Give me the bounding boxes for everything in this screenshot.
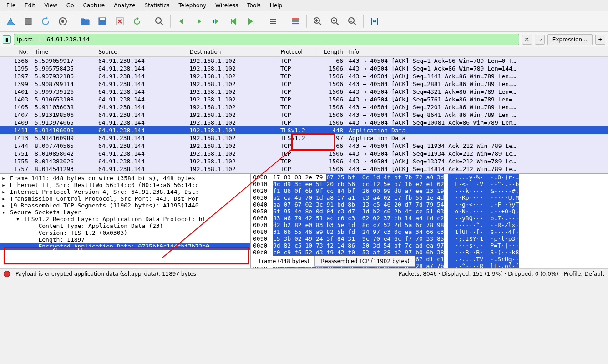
hex-line[interactable]: 000017 03 03 2e 79 07 25 bf 0c 1d 4f bf … xyxy=(251,174,608,181)
svg-text:1: 1 xyxy=(350,19,352,23)
capture-options-icon[interactable] xyxy=(55,13,71,30)
tree-line[interactable]: TLSv1.2 Record Layer: Application Data P… xyxy=(0,216,250,222)
expression-button[interactable]: Expression… xyxy=(547,34,593,45)
packet-list-header[interactable]: No. Time Source Destination Protocol Len… xyxy=(0,47,608,57)
hex-line[interactable]: 008031 66 55 46 a9 82 5b fd 24 97 c3 0c … xyxy=(251,228,608,235)
column-length[interactable]: Length xyxy=(314,47,346,57)
save-file-icon[interactable] xyxy=(94,13,111,30)
packet-row[interactable]: 17518.01085804264.91.238.144192.168.1.10… xyxy=(0,150,608,157)
zoom-out-icon[interactable] xyxy=(327,13,343,30)
clear-filter-button[interactable]: ✕ xyxy=(522,35,532,45)
status-hint: Payload is encrypted application data (s… xyxy=(15,271,196,277)
menu-wireless[interactable]: Wireless xyxy=(211,1,243,10)
add-filter-button[interactable]: + xyxy=(595,35,605,45)
auto-scroll-icon[interactable] xyxy=(265,13,281,30)
apply-filter-button[interactable]: → xyxy=(535,35,545,45)
reload-file-icon[interactable] xyxy=(129,13,145,30)
go-first-icon[interactable] xyxy=(225,13,242,30)
tree-line[interactable]: Frame 1411: 448 bytes on wire (3584 bits… xyxy=(0,175,250,182)
tree-line[interactable]: [9 Reassembled TCP Segments (11902 bytes… xyxy=(0,202,250,209)
hex-line[interactable]: 0030a2 ca 4b 70 1d a8 17 a1 c3 a4 02 c7 … xyxy=(251,194,608,201)
colorize-icon[interactable] xyxy=(287,13,304,30)
tree-line[interactable]: Content Type: Application Data (23) xyxy=(0,222,250,229)
packet-row[interactable]: 14115.91410609664.91.238.144192.168.1.10… xyxy=(0,126,608,134)
status-bar: Payload is encrypted application data (s… xyxy=(0,268,608,279)
hex-line[interactable]: 0070d2 b2 82 e0 83 b3 5e 1d 8c c7 52 2d … xyxy=(251,222,608,228)
packet-row[interactable]: 17558.01438302664.91.238.144192.168.1.10… xyxy=(0,157,608,165)
bytes-tab-reassembled[interactable]: Reassembled TCP (11902 bytes) xyxy=(315,256,415,267)
menu-tools[interactable]: Tools xyxy=(243,1,265,10)
go-to-packet-icon[interactable] xyxy=(208,13,224,30)
packet-details-pane[interactable]: Frame 1411: 448 bytes on wire (3584 bits… xyxy=(0,174,250,268)
zoom-in-icon[interactable] xyxy=(309,13,326,30)
tree-line[interactable]: Internet Protocol Version 4, Src: 64.91.… xyxy=(0,188,250,195)
svg-rect-4 xyxy=(100,18,105,20)
menu-bar: FileEditViewGoCaptureAnalyzeStatisticsTe… xyxy=(0,0,608,11)
stop-capture-icon[interactable] xyxy=(20,13,36,30)
hex-line[interactable]: 0020f1 86 0f 6b 9f cc 84 bf 26 00 99 d8 … xyxy=(251,187,608,194)
tree-line[interactable]: Encrypted Application Data: 0725bf0c1d4f… xyxy=(0,243,250,250)
status-profile[interactable]: Profile: Default xyxy=(564,271,604,277)
go-forward-icon[interactable] xyxy=(191,13,207,30)
packet-row[interactable]: 14135.91416098964.91.238.144192.168.1.10… xyxy=(0,134,608,142)
packet-list-pane[interactable]: No. Time Source Destination Protocol Len… xyxy=(0,47,608,174)
display-filter-input[interactable] xyxy=(14,34,519,45)
packet-row[interactable]: 13665.59905991764.91.238.144192.168.1.10… xyxy=(0,57,608,65)
close-file-icon[interactable] xyxy=(111,13,128,30)
hex-line[interactable]: 00b0c0 c9 f6 52 d3 f9 42 f0 53 af 28 b2 … xyxy=(251,249,608,256)
packet-row[interactable]: 13955.90575843564.91.238.144192.168.1.10… xyxy=(0,65,608,72)
hex-line[interactable]: 0040aa 07 67 02 3c 91 bd 8b 13 c5 46 20 … xyxy=(251,201,608,208)
zoom-reset-icon[interactable]: 1 xyxy=(344,13,360,30)
svg-rect-0 xyxy=(25,18,31,25)
packet-row[interactable]: 14075.91319850664.91.238.144192.168.1.10… xyxy=(0,111,608,119)
column-info[interactable]: Info xyxy=(346,47,608,57)
go-back-icon[interactable] xyxy=(173,13,190,30)
packet-row[interactable]: 14095.91397406564.91.238.144192.168.1.10… xyxy=(0,119,608,126)
menu-capture[interactable]: Capture xyxy=(78,1,109,10)
menu-help[interactable]: Help xyxy=(265,1,287,10)
menu-file[interactable]: File xyxy=(2,1,20,10)
tree-line[interactable]: Version: TLS 1.2 (0x0303) xyxy=(0,229,250,236)
packet-row[interactable]: 17578.01454129364.91.238.144192.168.1.10… xyxy=(0,165,608,173)
packet-bytes-pane[interactable]: 000017 03 03 2e 79 07 25 bf 0c 1d 4f bf … xyxy=(250,174,608,268)
column-source[interactable]: Source xyxy=(96,47,187,57)
hex-line[interactable]: 00506f 95 4e 8e 0d 04 c3 d7 1d b2 c6 2b … xyxy=(251,208,608,215)
menu-statistics[interactable]: Statistics xyxy=(140,1,174,10)
packet-row[interactable]: 14015.90973912664.91.238.144192.168.1.10… xyxy=(0,88,608,96)
menu-view[interactable]: View xyxy=(40,1,61,10)
status-packets: Packets: 8046 · Displayed: 151 (1.9%) · … xyxy=(399,271,558,277)
find-packet-icon[interactable] xyxy=(151,13,167,30)
column-destination[interactable]: Destination xyxy=(187,47,278,57)
go-last-icon[interactable] xyxy=(243,13,259,30)
hex-line[interactable]: 0090c5 3b 02 49 24 3f 84 31 9c 70 e4 6c … xyxy=(251,235,608,242)
tree-line[interactable]: Ethernet II, Src: BestItWo_56:14:c0 (00:… xyxy=(0,182,250,188)
hex-line[interactable]: 00a09d 82 c5 10 73 f2 14 86 50 3d 54 af … xyxy=(251,242,608,249)
restart-capture-icon[interactable] xyxy=(37,13,54,30)
bytes-tab-frame[interactable]: Frame (448 bytes) xyxy=(253,256,315,267)
packet-row[interactable]: 13995.90879911464.91.238.144192.168.1.10… xyxy=(0,80,608,88)
expert-info-icon[interactable] xyxy=(4,271,10,277)
column-protocol[interactable]: Protocol xyxy=(278,47,314,57)
svg-rect-10 xyxy=(292,23,299,24)
hex-line[interactable]: 006083 a6 79 42 51 ac c0 c3 62 02 37 cb … xyxy=(251,215,608,222)
column-time[interactable]: Time xyxy=(32,47,96,57)
menu-telephony[interactable]: Telephony xyxy=(174,1,211,10)
tree-line[interactable]: Transmission Control Protocol, Src Port:… xyxy=(0,195,250,202)
packet-row[interactable]: 14055.91103603864.91.238.144192.168.1.10… xyxy=(0,103,608,111)
menu-go[interactable]: Go xyxy=(62,1,79,10)
packet-row[interactable]: 13975.90793218664.91.238.144192.168.1.10… xyxy=(0,72,608,80)
tree-line[interactable]: Length: 11897 xyxy=(0,236,250,243)
menu-edit[interactable]: Edit xyxy=(20,1,40,10)
open-file-icon[interactable] xyxy=(77,13,93,30)
column-no[interactable]: No. xyxy=(0,47,32,57)
menu-analyze[interactable]: Analyze xyxy=(109,1,140,10)
svg-rect-8 xyxy=(292,18,299,20)
svg-point-2 xyxy=(61,20,64,23)
filter-bookmark-icon[interactable]: ▮ xyxy=(3,35,11,44)
tree-line[interactable]: Secure Sockets Layer xyxy=(0,209,250,216)
resize-columns-icon[interactable] xyxy=(366,13,383,30)
shark-fin-icon[interactable] xyxy=(3,13,19,30)
hex-line[interactable]: 00104c d9 3c ee 5f 20 cb 56 cc f2 5e b7 … xyxy=(251,181,608,187)
packet-row[interactable]: 14035.91065310864.91.238.144192.168.1.10… xyxy=(0,96,608,103)
packet-row[interactable]: 17448.00774056564.91.238.144192.168.1.10… xyxy=(0,142,608,150)
